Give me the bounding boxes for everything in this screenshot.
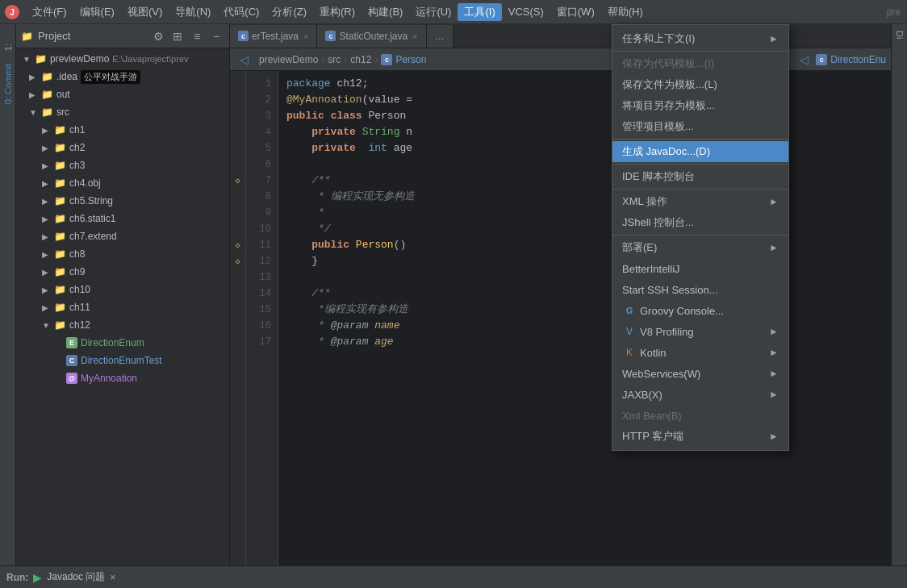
vtab-project[interactable]: 项目	[0, 24, 15, 37]
ch12-folder-icon: 📁	[53, 319, 66, 332]
tree-item-ch3[interactable]: ▶ 📁 ch3	[16, 156, 229, 174]
v8-icon: V	[622, 324, 637, 339]
tree-item-ch2[interactable]: ▶ 📁 ch2	[16, 139, 229, 156]
tree-item-ch7[interactable]: ▶ 📁 ch7.extend	[16, 227, 229, 245]
tree-item-ch9[interactable]: ▶ 📁 ch9	[16, 263, 229, 281]
tree-item-myannoation[interactable]: @ MyAnnoation	[16, 369, 229, 387]
menu-tools-xml[interactable]: XML 操作 ►	[612, 191, 788, 212]
menu-file[interactable]: 文件(F)	[26, 3, 73, 21]
editor-tab-staticouter[interactable]: c StaticOuter.java ×	[317, 25, 426, 48]
tree-item-root[interactable]: ▼ 📁 previewDemo E:\Javaproject\prev	[16, 50, 229, 68]
menu-tools-ssh[interactable]: Start SSH Session...	[612, 279, 788, 300]
tree-item-ch5[interactable]: ▶ 📁 ch5.String	[16, 192, 229, 210]
right-panel-tabs: Di	[891, 24, 907, 565]
code-line-17: * @param age	[286, 334, 883, 350]
menu-tools-betterintellij[interactable]: BetterIntelliJ	[612, 258, 788, 279]
project-tree: ▼ 📁 previewDemo E:\Javaproject\prev ▶ 📁 …	[16, 48, 229, 565]
editor-tab-ertest[interactable]: c erTest.java ×	[230, 25, 317, 48]
breadcrumb-sep-2: ›	[344, 54, 347, 65]
editor-tab-more[interactable]: …	[427, 25, 454, 48]
vtab-right-di[interactable]: Di	[892, 24, 907, 45]
tree-item-idea[interactable]: ▶ 📁 .idea 公平对战手游	[16, 68, 229, 85]
run-close-button[interactable]: ×	[110, 572, 115, 583]
project-header-minus-icon[interactable]: −	[208, 28, 224, 44]
menu-tools-jshell[interactable]: JShell 控制台...	[612, 212, 788, 233]
menu-divider-5	[612, 235, 788, 236]
vtab-commit[interactable]: 0: Commit	[0, 57, 15, 111]
menu-tools-save-project-template[interactable]: 将项目另存为模板...	[612, 95, 788, 116]
code-line-14: /**	[286, 286, 883, 302]
project-header-settings-icon[interactable]: ⚙	[150, 28, 166, 44]
tree-item-src[interactable]: ▼ 📁 src	[16, 103, 229, 121]
menu-tools-manage-templates[interactable]: 管理项目模板...	[612, 116, 788, 137]
editor-tabs-bar: c erTest.java × c StaticOuter.java × …	[230, 24, 891, 48]
gutter-8	[230, 189, 245, 205]
menu-tools-v8[interactable]: V V8 Profiling ►	[612, 321, 788, 342]
menu-view[interactable]: 视图(V)	[121, 3, 169, 21]
breadcrumb-class-name[interactable]: Person	[395, 54, 426, 65]
menu-window[interactable]: 窗口(W)	[550, 3, 601, 21]
menu-tools[interactable]: 工具(I)	[458, 3, 501, 21]
menu-edit[interactable]: 编辑(E)	[73, 3, 121, 21]
tree-arrow-root: ▼	[23, 55, 34, 64]
menu-refactor[interactable]: 重构(R)	[313, 3, 362, 21]
tree-label-myannoation: MyAnnoation	[81, 373, 137, 384]
tree-item-ch10[interactable]: ▶ 📁 ch10	[16, 281, 229, 298]
menu-tools-tasks[interactable]: 任务和上下文(I) ►	[612, 28, 788, 49]
toolbar-back-icon[interactable]: ◁	[795, 51, 813, 69]
tree-label-ch6: ch6.static1	[69, 213, 115, 224]
menu-analyze[interactable]: 分析(Z)	[265, 3, 313, 21]
out-folder-icon: 📁	[40, 88, 53, 101]
tree-item-ch11[interactable]: ▶ 📁 ch11	[16, 298, 229, 316]
tree-label-src: src	[56, 106, 69, 118]
menu-tools-groovy[interactable]: G Groovy Console...	[612, 300, 788, 321]
menu-tools-generate-javadoc[interactable]: 生成 JavaDoc...(D)	[612, 141, 788, 162]
menu-tools-http[interactable]: HTTP 客户端 ►	[612, 426, 788, 447]
direction-enum-class-icon: E	[66, 337, 77, 348]
staticouter-tab-close-icon[interactable]: ×	[412, 31, 417, 41]
tree-label-ch9: ch9	[69, 266, 85, 277]
code-line-12: }	[286, 253, 883, 269]
menu-tools-kotlin[interactable]: K Kotlin ►	[612, 342, 788, 363]
ertest-tab-close-icon[interactable]: ×	[303, 31, 308, 41]
tree-item-ch1[interactable]: ▶ 📁 ch1	[16, 121, 229, 139]
menu-tools-jaxb[interactable]: JAXB(X) ►	[612, 384, 788, 405]
breadcrumb-src[interactable]: src	[328, 54, 341, 65]
menu-tools-save-file-template[interactable]: 保存文件为模板...(L)	[612, 74, 788, 95]
tree-root-path: E:\Javaproject\prev	[112, 54, 188, 64]
tree-item-ch6[interactable]: ▶ 📁 ch6.static1	[16, 210, 229, 227]
ch4-folder-icon: 📁	[53, 177, 66, 190]
back-button[interactable]: ◁	[235, 51, 253, 69]
menu-code[interactable]: 代码(C)	[217, 3, 265, 21]
breadcrumb-project[interactable]: previewDemo	[259, 54, 318, 65]
menu-tools-xmlbean[interactable]: Xml Bean(B)	[612, 405, 788, 426]
tree-item-out[interactable]: ▶ 📁 out	[16, 85, 229, 103]
menu-tools-webservices[interactable]: WebServices(W) ►	[612, 363, 788, 384]
staticouter-class-icon: c	[325, 31, 336, 41]
run-play-button[interactable]: ▶	[33, 571, 42, 584]
menu-navigate[interactable]: 导航(N)	[169, 3, 217, 21]
tree-item-ch12[interactable]: ▼ 📁 ch12	[16, 316, 229, 334]
menu-tools-save-code-template[interactable]: 保存为代码模板...(I)	[612, 53, 788, 74]
code-content[interactable]: package ch12; @MyAnnoation(value = publi…	[278, 71, 891, 565]
project-header-gear-icon[interactable]: ≡	[189, 28, 205, 44]
vtab-structure[interactable]: 1:	[0, 37, 15, 57]
tree-item-ch4[interactable]: ▶ 📁 ch4.obj	[16, 174, 229, 192]
tree-item-direction-enum[interactable]: E DirectionEnum	[16, 334, 229, 352]
tree-label-ch11: ch11	[69, 302, 90, 313]
tree-item-ch8[interactable]: ▶ 📁 ch8	[16, 245, 229, 263]
menu-tools-deploy[interactable]: 部署(E) ►	[612, 237, 788, 258]
more-tabs-label: …	[435, 31, 445, 42]
menu-help[interactable]: 帮助(H)	[601, 3, 650, 21]
breadcrumb-ch12[interactable]: ch12	[350, 54, 371, 65]
svg-text:J: J	[10, 8, 15, 17]
tree-arrow-ch4: ▶	[42, 179, 53, 188]
project-header-layout-icon[interactable]: ⊞	[169, 28, 186, 44]
menu-tools-ide-console[interactable]: IDE 脚本控制台	[612, 166, 788, 187]
menu-build[interactable]: 构建(B)	[362, 3, 409, 21]
tree-item-direction-enum-test[interactable]: C DirectionEnumTest	[16, 352, 229, 369]
menu-run[interactable]: 运行(U)	[409, 3, 458, 21]
menu-vcs[interactable]: VCS(S)	[502, 4, 550, 19]
ch6-folder-icon: 📁	[53, 212, 66, 225]
editor-area: c erTest.java × c StaticOuter.java × … ◁…	[230, 24, 891, 565]
